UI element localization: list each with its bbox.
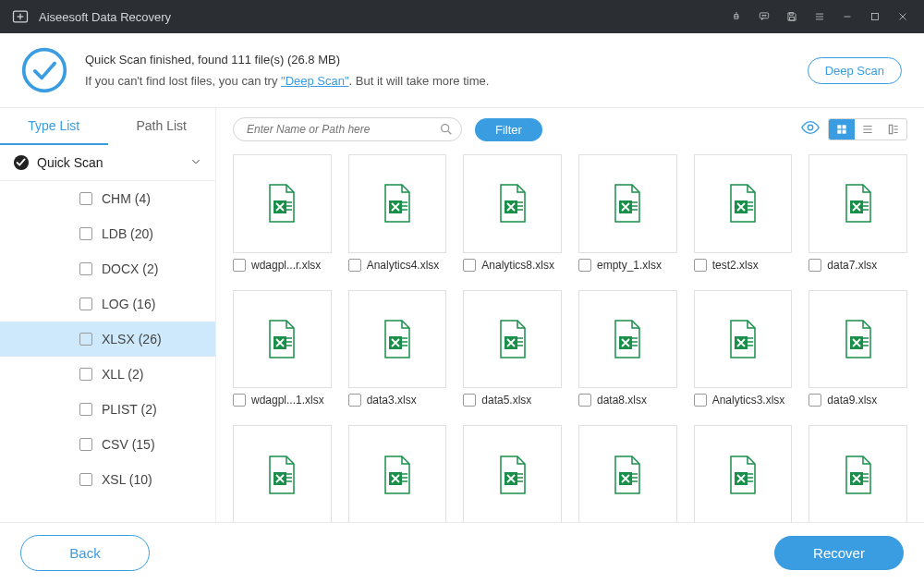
file-thumb[interactable] [233, 290, 332, 389]
type-checkbox[interactable] [79, 368, 92, 381]
svg-rect-21 [837, 125, 841, 128]
close-button[interactable] [889, 0, 917, 33]
file-item[interactable] [578, 425, 677, 522]
file-name: Analytics4.xlsx [367, 259, 447, 272]
file-item[interactable]: test2.xlsx [694, 154, 793, 272]
file-checkbox[interactable] [233, 259, 246, 272]
group-quick-scan[interactable]: Quick Scan [0, 145, 215, 181]
file-checkbox[interactable] [463, 394, 476, 407]
file-item[interactable] [233, 425, 332, 522]
file-thumb[interactable] [578, 425, 677, 522]
preview-toggle-icon[interactable] [800, 117, 821, 141]
back-button[interactable]: Back [20, 535, 150, 571]
file-item[interactable]: empty_1.xlsx [578, 154, 677, 272]
file-item[interactable] [694, 425, 793, 522]
file-checkbox[interactable] [578, 394, 591, 407]
file-checkbox[interactable] [694, 394, 707, 407]
footer: Back Recover [0, 522, 924, 583]
view-grid-button[interactable] [829, 119, 855, 140]
type-checkbox[interactable] [79, 403, 92, 416]
file-checkbox[interactable] [348, 394, 361, 407]
type-checkbox[interactable] [79, 192, 92, 205]
file-thumb[interactable] [578, 154, 677, 253]
search-input[interactable] [247, 123, 433, 136]
type-item[interactable]: CHM (4) [0, 181, 215, 216]
file-grid[interactable]: wdagpl...r.xlsxAnalytics4.xlsxAnalytics8… [216, 151, 924, 522]
type-checkbox[interactable] [79, 333, 92, 346]
file-thumb[interactable] [694, 290, 793, 389]
file-thumb[interactable] [808, 290, 907, 389]
type-checkbox[interactable] [79, 438, 92, 451]
file-checkbox[interactable] [694, 259, 707, 272]
file-thumb[interactable] [694, 154, 793, 253]
deep-scan-link[interactable]: "Deep Scan" [281, 74, 349, 88]
file-item[interactable]: data5.xlsx [463, 290, 562, 407]
search-box[interactable] [233, 117, 462, 141]
search-icon[interactable] [439, 122, 454, 140]
file-checkbox[interactable] [233, 394, 246, 407]
file-thumb[interactable] [233, 425, 332, 522]
file-item[interactable]: data8.xlsx [578, 290, 677, 407]
file-item[interactable]: data9.xlsx [808, 290, 907, 407]
type-checkbox[interactable] [79, 262, 92, 275]
svg-rect-23 [837, 130, 841, 134]
success-check-icon [20, 46, 68, 94]
type-list[interactable]: CHM (4)LDB (20)DOCX (2)LOG (16)XLSX (26)… [0, 181, 215, 522]
view-detail-button[interactable] [881, 119, 906, 140]
file-thumb[interactable] [348, 154, 447, 253]
file-checkbox[interactable] [808, 394, 821, 407]
recover-button[interactable]: Recover [774, 536, 904, 570]
type-item[interactable]: PLIST (2) [0, 392, 215, 427]
file-thumb[interactable] [808, 154, 907, 253]
file-checkbox[interactable] [348, 259, 361, 272]
type-checkbox[interactable] [79, 298, 92, 310]
file-item[interactable]: wdagpl...r.xlsx [233, 154, 332, 272]
type-checkbox[interactable] [79, 227, 92, 240]
file-thumb[interactable] [808, 425, 907, 522]
file-item[interactable]: data3.xlsx [348, 290, 447, 407]
menu-icon[interactable] [806, 0, 833, 33]
minimize-button[interactable] [833, 0, 861, 33]
file-item[interactable] [808, 425, 907, 522]
tab-type-list[interactable]: Type List [0, 108, 108, 145]
feedback-icon[interactable] [750, 0, 778, 33]
file-checkbox[interactable] [578, 259, 591, 272]
type-item[interactable]: CSV (15) [0, 427, 215, 462]
file-name: data9.xlsx [827, 394, 907, 407]
file-name: Analytics3.xlsx [712, 394, 793, 407]
type-item[interactable]: LOG (16) [0, 286, 215, 322]
file-item[interactable] [463, 425, 562, 522]
main-panel: Filter wdagpl...r. [216, 108, 924, 522]
file-thumb[interactable] [348, 290, 447, 389]
file-checkbox[interactable] [463, 259, 476, 272]
type-item[interactable]: XSL (10) [0, 462, 215, 497]
file-thumb[interactable] [233, 154, 332, 253]
file-item[interactable]: data7.xlsx [808, 154, 907, 272]
save-icon[interactable] [778, 0, 806, 33]
file-thumb[interactable] [348, 425, 447, 522]
tab-path-list[interactable]: Path List [108, 108, 216, 145]
file-item[interactable] [348, 425, 447, 522]
svg-rect-28 [889, 125, 893, 133]
file-thumb[interactable] [578, 290, 677, 389]
file-thumb[interactable] [463, 425, 562, 522]
file-item[interactable]: Analytics3.xlsx [694, 290, 793, 407]
type-item[interactable]: XLL (2) [0, 357, 215, 392]
file-thumb[interactable] [463, 154, 562, 253]
file-item[interactable]: Analytics8.xlsx [463, 154, 562, 272]
type-item[interactable]: DOCX (2) [0, 251, 215, 286]
file-item[interactable]: Analytics4.xlsx [348, 154, 447, 272]
file-item[interactable]: wdagpl...1.xlsx [233, 290, 332, 407]
file-thumb[interactable] [463, 290, 562, 389]
maximize-button[interactable] [861, 0, 889, 33]
file-checkbox[interactable] [808, 259, 821, 272]
share-icon[interactable] [723, 0, 750, 33]
type-checkbox[interactable] [79, 473, 92, 486]
filter-button[interactable]: Filter [475, 118, 542, 141]
file-thumb[interactable] [694, 425, 793, 522]
scan-result-text: Quick Scan finished, found 111 file(s) (… [85, 49, 489, 70]
type-item[interactable]: XLSX (26) [0, 322, 215, 357]
type-item[interactable]: LDB (20) [0, 216, 215, 251]
view-list-button[interactable] [855, 119, 881, 140]
deep-scan-button[interactable]: Deep Scan [808, 57, 902, 84]
